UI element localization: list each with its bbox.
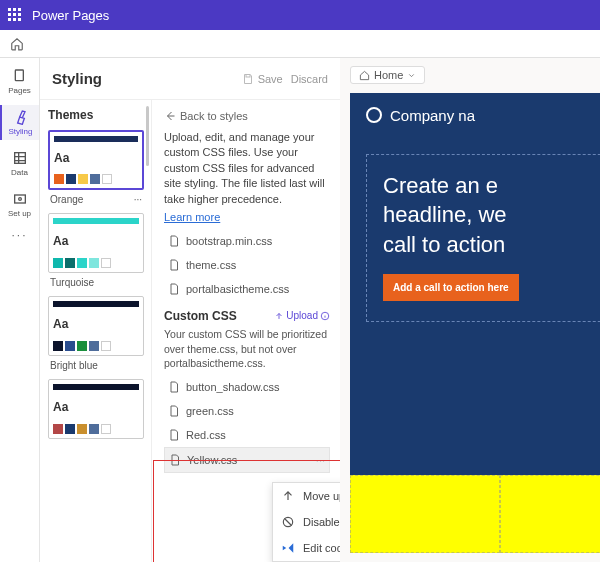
vscode-icon	[281, 541, 295, 555]
styling-header: Styling Save Discard	[40, 58, 340, 100]
context-menu: Move up Disable Edit code	[272, 482, 340, 562]
file-bootstrap[interactable]: bootstrap.min.css	[164, 229, 330, 253]
theme-card-orange[interactable]: Aa Orange···	[48, 130, 144, 209]
disable-icon	[281, 515, 295, 529]
file-icon	[168, 429, 180, 441]
sidenav-pages[interactable]: Pages	[0, 64, 39, 99]
file-red[interactable]: Red.css	[164, 423, 330, 447]
chevron-down-icon	[407, 71, 416, 80]
themes-heading: Themes	[48, 108, 143, 122]
info-icon	[320, 311, 330, 321]
file-icon	[168, 283, 180, 295]
svg-rect-1	[14, 153, 25, 164]
custom-css-heading: Custom CSS	[164, 309, 237, 323]
svg-rect-4	[246, 74, 250, 77]
logo-icon	[366, 107, 382, 123]
arrow-left-icon	[164, 110, 176, 122]
css-description: Upload, edit, and manage your custom CSS…	[164, 130, 330, 207]
file-icon	[168, 381, 180, 393]
app-name: Power Pages	[32, 8, 109, 23]
hero-headline: Create an e headline, we call to action	[383, 171, 600, 260]
custom-css-desc: Your custom CSS will be prioritized over…	[164, 327, 330, 371]
page-canvas: Company na Create an e headline, we call…	[350, 93, 600, 553]
scrollbar-thumb[interactable]	[146, 106, 149, 166]
sidenav-more[interactable]: ···	[11, 228, 27, 242]
file-theme[interactable]: theme.css	[164, 253, 330, 277]
save-button[interactable]: Save	[242, 73, 283, 85]
file-icon	[168, 235, 180, 247]
detail-column: Back to styles Upload, edit, and manage …	[152, 100, 340, 562]
sidenav: Pages Styling Data Set up ···	[0, 58, 40, 562]
discard-button[interactable]: Discard	[291, 73, 328, 85]
menu-move-up[interactable]: Move up	[273, 483, 340, 509]
upload-button[interactable]: Upload	[274, 310, 330, 321]
file-green[interactable]: green.css	[164, 399, 330, 423]
company-header[interactable]: Company na	[366, 107, 600, 124]
yellow-section[interactable]	[350, 475, 600, 553]
menu-disable[interactable]: Disable	[273, 509, 340, 535]
learn-more-link[interactable]: Learn more	[164, 211, 220, 223]
file-more-icon[interactable]: ···	[316, 454, 325, 466]
themes-column: Themes Aa Orange··· Aa	[40, 100, 152, 562]
svg-rect-0	[15, 70, 23, 81]
svg-point-3	[18, 198, 21, 201]
file-buttonshadow[interactable]: button_shadow.css	[164, 375, 330, 399]
waffle-icon[interactable]	[8, 8, 22, 22]
save-icon	[242, 73, 254, 85]
arrow-up-icon	[281, 489, 295, 503]
back-to-styles[interactable]: Back to styles	[164, 110, 330, 122]
cta-button[interactable]: Add a call to action here	[383, 274, 519, 301]
theme-card-4[interactable]: Aa	[48, 379, 144, 439]
home-icon	[359, 70, 370, 81]
workarea: Styling Save Discard Themes	[40, 58, 600, 562]
menu-edit-code[interactable]: Edit code	[273, 535, 340, 561]
file-icon	[169, 454, 181, 466]
sidenav-styling[interactable]: Styling	[0, 105, 39, 140]
file-yellow[interactable]: Yellow.css ···	[164, 447, 330, 473]
upload-icon	[274, 311, 284, 321]
sidenav-setup[interactable]: Set up	[0, 187, 39, 222]
main: Pages Styling Data Set up ··· Styling Sa…	[0, 58, 600, 562]
breadcrumb[interactable]: Home	[350, 66, 425, 84]
hero-section[interactable]: Create an e headline, we call to action …	[366, 154, 600, 322]
home-icon[interactable]	[10, 37, 24, 51]
app-titlebar: Power Pages	[0, 0, 600, 30]
file-icon	[168, 259, 180, 271]
app-toolbar	[0, 30, 600, 58]
page-title: Styling	[52, 70, 102, 87]
theme-more-icon[interactable]: ···	[134, 194, 142, 205]
svg-rect-2	[14, 195, 25, 203]
styling-panel: Styling Save Discard Themes	[40, 58, 340, 562]
file-icon	[168, 405, 180, 417]
file-portalbasic[interactable]: portalbasictheme.css	[164, 277, 330, 301]
theme-card-turquoise[interactable]: Aa Turquoise	[48, 213, 144, 292]
theme-card-brightblue[interactable]: Aa Bright blue	[48, 296, 144, 375]
preview-pane: Home Company na Create an e headline, we…	[340, 58, 600, 562]
sidenav-data[interactable]: Data	[0, 146, 39, 181]
